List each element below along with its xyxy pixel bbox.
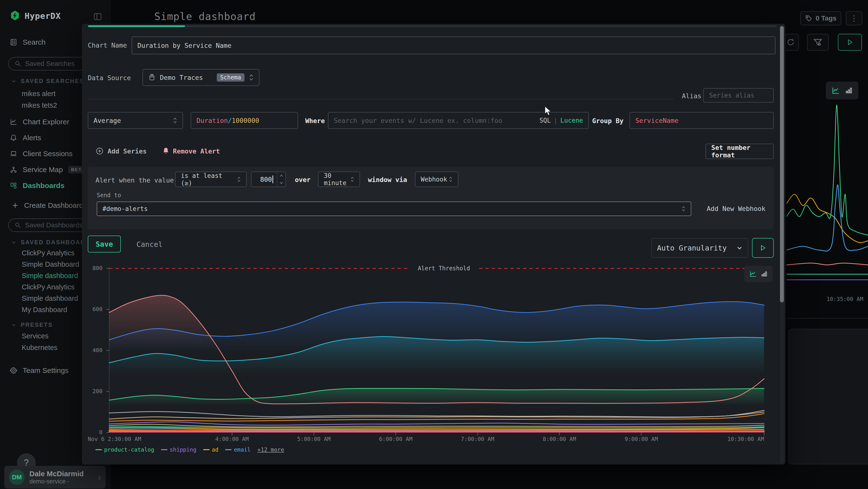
background-panel-sliver bbox=[788, 329, 868, 464]
alias-input[interactable]: Series alias bbox=[703, 88, 774, 103]
sidebar-item-search[interactable]: Search bbox=[10, 38, 45, 46]
alias-label: Alias bbox=[682, 92, 702, 100]
remove-alert-button[interactable]: Remove Alert bbox=[162, 147, 220, 155]
tag-icon bbox=[805, 15, 812, 22]
y-axis-label: 800 bbox=[84, 265, 102, 271]
search-doc-icon bbox=[10, 38, 18, 46]
sidebar-item-client-sessions[interactable]: Client Sessions bbox=[10, 150, 72, 158]
sidebar-item-team-settings[interactable]: Team Settings bbox=[10, 366, 68, 375]
line-chart-icon[interactable] bbox=[831, 86, 840, 95]
legend-swatch bbox=[203, 449, 210, 450]
send-to-select[interactable]: #demo-alerts bbox=[97, 202, 691, 216]
page-title: Simple dashboard bbox=[154, 10, 256, 23]
number-spinner[interactable] bbox=[277, 172, 285, 186]
sql-mode-toggle[interactable]: SQL bbox=[539, 117, 551, 124]
chevron-down-icon bbox=[736, 245, 743, 251]
bell-icon bbox=[10, 134, 18, 142]
saved-dashboard-item[interactable]: Simple dashboard bbox=[22, 272, 78, 280]
saved-dashboard-item[interactable]: Simple dashboard bbox=[22, 294, 78, 303]
chevron-right-icon: › bbox=[98, 472, 101, 483]
create-dashboard-button[interactable]: Create Dashboard bbox=[11, 201, 83, 209]
sidebar-item-chart-explorer[interactable]: Chart Explorer bbox=[10, 118, 69, 126]
chart-type-toggle[interactable] bbox=[744, 266, 773, 282]
refresh-icon bbox=[786, 38, 795, 46]
chevron-down-icon bbox=[11, 79, 17, 84]
play-icon bbox=[759, 244, 767, 252]
add-series-button[interactable]: Add Series bbox=[95, 147, 147, 155]
mouse-cursor bbox=[545, 106, 555, 117]
user-card[interactable]: DM Dale McDiarmid demo-service - › bbox=[4, 466, 105, 489]
filter-button[interactable] bbox=[807, 34, 829, 51]
run-chart-button[interactable] bbox=[752, 238, 774, 258]
legend-item--12-more[interactable]: +12 more bbox=[257, 447, 284, 453]
y-axis-label: 600 bbox=[84, 306, 102, 312]
chevron-down-icon bbox=[11, 240, 17, 245]
legend-swatch bbox=[95, 449, 102, 450]
run-query-button[interactable] bbox=[838, 34, 862, 51]
alert-prefix: Alert when the value bbox=[95, 176, 174, 184]
preset-item[interactable]: Kubernetes bbox=[22, 344, 57, 352]
chart-name-input[interactable]: Duration by Service Name bbox=[132, 36, 775, 54]
alert-over-label: over bbox=[295, 176, 311, 183]
granularity-select[interactable]: Auto Granularity bbox=[651, 238, 748, 258]
modal-scrollbar-thumb[interactable] bbox=[780, 26, 784, 303]
presets-header[interactable]: PRESETS bbox=[11, 321, 53, 328]
x-axis-label: 8:00:00 AM bbox=[543, 436, 576, 442]
bar-chart-icon[interactable] bbox=[761, 270, 768, 278]
saved-dashboard-item[interactable]: My Dashboard bbox=[22, 306, 67, 314]
background-chart-type-toggle[interactable] bbox=[826, 82, 858, 99]
sidebar-item-alerts[interactable]: Alerts bbox=[10, 134, 41, 142]
plus-circle-icon bbox=[95, 147, 104, 155]
alert-window-select[interactable]: 30 minute bbox=[318, 172, 360, 187]
expression-input[interactable]: Duration/1000000 bbox=[191, 112, 298, 129]
sidebar-item-dashboards[interactable]: Dashboards bbox=[10, 181, 64, 190]
saved-dashboard-item[interactable]: ClickPy Analytics bbox=[22, 249, 74, 257]
legend-item-product-catalog[interactable]: product-catalog bbox=[95, 447, 154, 453]
saved-searches-header[interactable]: SAVED SEARCHES bbox=[11, 78, 84, 84]
line-chart-icon[interactable] bbox=[749, 270, 757, 278]
search-icon bbox=[14, 60, 21, 67]
saved-dashboard-item[interactable]: ClickPy Analytics bbox=[22, 283, 74, 291]
alert-operator-select[interactable]: is at least (≥) bbox=[175, 172, 247, 187]
group-by-input[interactable]: ServiceName bbox=[629, 112, 774, 129]
gear-icon bbox=[10, 367, 18, 374]
alert-threshold-input[interactable]: 800 bbox=[251, 172, 286, 187]
send-to-label: Send to bbox=[97, 192, 121, 199]
set-number-format-button[interactable]: Set number format bbox=[706, 144, 774, 159]
play-icon bbox=[846, 39, 854, 46]
preset-item[interactable]: Services bbox=[22, 332, 49, 340]
tags-button[interactable]: 0 Tags bbox=[800, 11, 841, 25]
database-icon bbox=[148, 74, 156, 81]
legend-item-shipping[interactable]: shipping bbox=[161, 447, 196, 453]
saved-search-item[interactable]: mikes alert bbox=[22, 90, 56, 98]
text-caret bbox=[273, 175, 273, 183]
aggregation-select[interactable]: Average bbox=[88, 112, 183, 129]
saved-dashboards-placeholder: Saved Dashboards bbox=[25, 221, 83, 229]
alert-channel-select[interactable]: Webhook bbox=[415, 172, 458, 187]
kebab-menu-button[interactable]: ⋮ bbox=[846, 11, 862, 25]
unfold-icon bbox=[449, 176, 453, 183]
timeseries-chart[interactable]: Alert Threshold bbox=[104, 263, 769, 442]
legend-item-ad[interactable]: ad bbox=[203, 447, 219, 453]
save-button[interactable]: Save bbox=[88, 236, 121, 253]
group-by-label: Group By bbox=[592, 117, 623, 124]
saved-search-item[interactable]: mikes tets2 bbox=[22, 102, 57, 109]
bar-chart-icon[interactable] bbox=[845, 86, 853, 95]
sidebar-item-service-map[interactable]: Service MapBETA bbox=[10, 166, 88, 174]
legend-item-email[interactable]: email bbox=[225, 447, 250, 453]
lucene-mode-toggle[interactable]: Lucene bbox=[560, 117, 583, 124]
cancel-button[interactable]: Cancel bbox=[136, 240, 162, 249]
saved-dashboard-item[interactable]: Simple Dashboard bbox=[22, 260, 79, 268]
alert-suffix: window via bbox=[368, 176, 407, 183]
y-axis-label: 0 bbox=[84, 429, 102, 435]
unfold-icon bbox=[249, 74, 254, 81]
data-source-select[interactable]: Demo Traces Schema bbox=[143, 69, 259, 86]
unfold-icon bbox=[350, 176, 354, 183]
add-new-webhook-button[interactable]: Add New Webhook bbox=[707, 205, 766, 212]
x-axis-label: 7:00:00 AM bbox=[461, 436, 494, 442]
brand[interactable]: HyperDX bbox=[10, 10, 61, 22]
sidebar-collapse-icon[interactable] bbox=[93, 12, 102, 22]
background-divider bbox=[786, 318, 868, 319]
x-axis-label: 4:00:00 AM bbox=[215, 436, 249, 442]
chart-legend: product-catalogshippingademail+12 more bbox=[95, 447, 284, 453]
